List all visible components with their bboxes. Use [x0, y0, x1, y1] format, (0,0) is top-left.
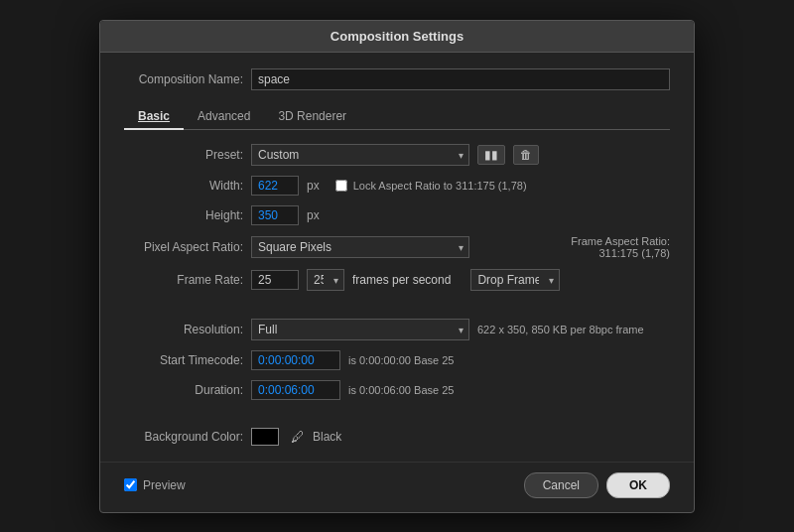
height-unit: px	[307, 208, 320, 222]
preset-select[interactable]: Custom	[251, 144, 469, 166]
start-timecode-input[interactable]	[251, 350, 340, 370]
comp-name-input[interactable]	[251, 68, 670, 90]
duration-label: Duration:	[124, 383, 243, 397]
height-label: Height:	[124, 208, 243, 222]
height-row: Height: px	[124, 205, 670, 225]
tabs-bar: Basic Advanced 3D Renderer	[124, 104, 670, 130]
comp-name-row: Composition Name:	[124, 68, 670, 90]
comp-name-label: Composition Name:	[124, 72, 243, 86]
tab-3d-renderer[interactable]: 3D Renderer	[264, 104, 360, 130]
frame-aspect-label: Frame Aspect Ratio:	[571, 235, 670, 247]
width-input[interactable]	[251, 176, 299, 196]
preview-row: Preview	[124, 478, 186, 492]
bg-color-name: Black	[313, 430, 341, 444]
form-section: Preset: Custom ▾ ▮▮ 🗑 Width: px Lock Asp…	[124, 144, 670, 446]
footer-buttons: Cancel OK	[524, 472, 670, 498]
resolution-row: Resolution: Full Half Third Quarter ▾ 62…	[124, 319, 670, 340]
pixel-aspect-select[interactable]: Square Pixels	[251, 236, 469, 258]
drop-frame-select[interactable]: Drop Frame	[470, 269, 560, 291]
lock-aspect-checkbox[interactable]	[335, 180, 347, 192]
frame-rate-label: Frame Rate:	[124, 273, 243, 287]
fps-select[interactable]: 25	[307, 269, 344, 291]
width-row: Width: px Lock Aspect Ratio to 311:175 (…	[124, 176, 670, 196]
lock-aspect-label: Lock Aspect Ratio to 311:175 (1,78)	[353, 180, 527, 192]
height-input[interactable]	[251, 205, 299, 225]
duration-input[interactable]	[251, 380, 340, 400]
frame-aspect-info: Frame Aspect Ratio: 311:175 (1,78)	[571, 235, 670, 259]
start-timecode-info: is 0:00:00:00 Base 25	[348, 354, 454, 366]
duration-info: is 0:00:06:00 Base 25	[348, 384, 454, 396]
duration-row: Duration: is 0:00:06:00 Base 25	[124, 380, 670, 400]
start-timecode-row: Start Timecode: is 0:00:00:00 Base 25	[124, 350, 670, 370]
fps-select-wrapper: 25 ▾	[307, 269, 344, 291]
frame-rate-input[interactable]	[251, 270, 299, 290]
pixel-aspect-label: Pixel Aspect Ratio:	[124, 240, 243, 254]
pixel-aspect-select-wrapper: Square Pixels ▾	[251, 236, 469, 258]
preset-select-wrapper: Custom ▾	[251, 144, 469, 166]
lock-aspect-row: Lock Aspect Ratio to 311:175 (1,78)	[335, 180, 527, 192]
resolution-select-wrapper: Full Half Third Quarter ▾	[251, 319, 469, 340]
preset-copy-button[interactable]: ▮▮	[477, 145, 505, 165]
width-unit: px	[307, 179, 320, 193]
start-timecode-label: Start Timecode:	[124, 353, 243, 367]
pixel-aspect-row: Pixel Aspect Ratio: Square Pixels ▾ Fram…	[124, 235, 670, 259]
tab-advanced[interactable]: Advanced	[184, 104, 264, 130]
resolution-label: Resolution:	[124, 323, 243, 336]
drop-frame-wrapper: Drop Frame ▾	[470, 269, 560, 291]
dialog-footer: Preview Cancel OK	[100, 462, 694, 512]
bg-color-label: Background Color:	[124, 430, 243, 444]
composition-settings-dialog: Composition Settings Composition Name: B…	[99, 20, 695, 513]
eyedropper-icon[interactable]: 🖊	[291, 429, 305, 445]
frame-aspect-value: 311:175 (1,78)	[598, 247, 670, 259]
bg-color-swatch[interactable]	[251, 428, 279, 446]
resolution-info: 622 x 350, 850 KB per 8bpc frame	[477, 324, 644, 335]
bg-color-row: Background Color: 🖊 Black	[124, 428, 670, 446]
preview-checkbox[interactable]	[124, 478, 137, 491]
frame-rate-row: Frame Rate: 25 ▾ frames per second Drop …	[124, 269, 670, 291]
cancel-button[interactable]: Cancel	[524, 472, 598, 498]
preset-delete-button[interactable]: 🗑	[513, 145, 539, 165]
width-label: Width:	[124, 179, 243, 193]
ok-button[interactable]: OK	[606, 472, 670, 498]
frames-per-second-label: frames per second	[352, 273, 451, 287]
preset-label: Preset:	[124, 148, 243, 162]
resolution-select[interactable]: Full Half Third Quarter	[251, 319, 469, 340]
preset-row: Preset: Custom ▾ ▮▮ 🗑	[124, 144, 670, 166]
dialog-body: Composition Name: Basic Advanced 3D Rend…	[100, 53, 694, 462]
dialog-title: Composition Settings	[100, 21, 694, 53]
tab-basic[interactable]: Basic	[124, 104, 184, 130]
preview-label: Preview	[143, 478, 186, 492]
